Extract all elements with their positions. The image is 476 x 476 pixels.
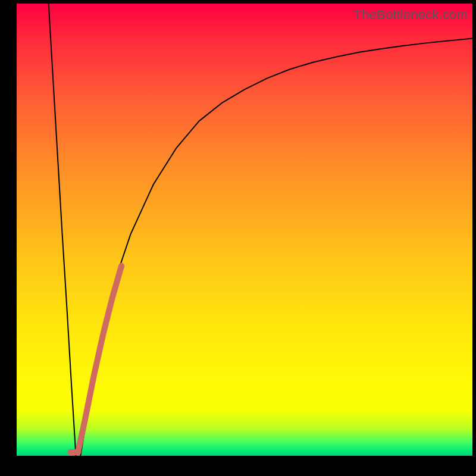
chart-svg [17,4,472,456]
plot-area: TheBottleneck.com [17,4,472,456]
chart-frame: TheBottleneck.com [0,0,476,476]
series-curve-left-descent [49,4,76,456]
series-curve-right-rise [80,39,472,456]
series-group [49,4,472,456]
series-highlight-segment [78,266,121,452]
